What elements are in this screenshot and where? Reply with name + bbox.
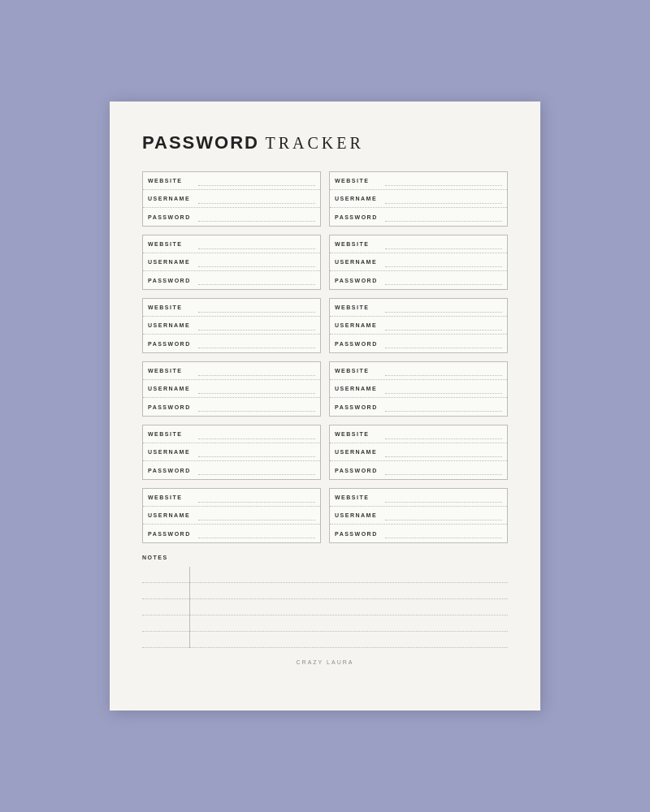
entry-line-username[interactable] — [198, 511, 315, 520]
entry-label-website: WEBSITE — [335, 178, 385, 184]
entry-label-password: PASSWORD — [335, 404, 385, 410]
entries-grid: WEBSITEUSERNAMEPASSWORDWEBSITEUSERNAMEPA… — [142, 171, 508, 543]
entry-line-username[interactable] — [198, 447, 315, 457]
entry-box-9: WEBSITEUSERNAMEPASSWORD — [142, 425, 321, 480]
entry-label-password: PASSWORD — [148, 341, 198, 347]
entry-line-password[interactable] — [385, 529, 502, 538]
entry-label-password: PASSWORD — [148, 404, 198, 410]
entry-line-password[interactable] — [385, 212, 502, 222]
entry-box-2: WEBSITEUSERNAMEPASSWORD — [329, 171, 508, 227]
entry-row-username-8: USERNAME — [330, 380, 507, 398]
entry-label-website: WEBSITE — [148, 241, 198, 247]
entry-line-website[interactable] — [198, 366, 315, 376]
entry-row-username-12: USERNAME — [330, 507, 507, 525]
entry-line-username[interactable] — [198, 194, 315, 204]
notes-line-1 — [142, 567, 508, 583]
entry-line-username[interactable] — [385, 384, 502, 394]
entry-line-password[interactable] — [385, 402, 502, 412]
entry-line-password[interactable] — [198, 402, 315, 412]
entry-line-website[interactable] — [385, 240, 502, 249]
notes-line-4 — [142, 615, 508, 632]
entry-row-website-5: WEBSITE — [143, 299, 320, 317]
entry-box-8: WEBSITEUSERNAMEPASSWORD — [329, 361, 508, 417]
entry-label-password: PASSWORD — [335, 278, 385, 283]
entry-line-username[interactable] — [198, 321, 315, 330]
entry-label-website: WEBSITE — [335, 368, 385, 374]
entry-line-username[interactable] — [385, 321, 502, 330]
entry-line-username[interactable] — [385, 511, 502, 520]
entry-label-website: WEBSITE — [148, 431, 198, 437]
notes-label: NOTES — [142, 555, 508, 560]
entry-row-username-1: USERNAME — [143, 190, 320, 208]
entry-row-website-1: WEBSITE — [143, 172, 320, 190]
entry-label-username: USERNAME — [335, 322, 385, 328]
entry-line-website[interactable] — [198, 493, 315, 503]
entry-line-website[interactable] — [385, 176, 502, 186]
entry-line-website[interactable] — [385, 430, 502, 439]
entry-row-password-1: PASSWORD — [143, 208, 320, 226]
entry-row-website-12: WEBSITE — [330, 489, 507, 507]
entry-line-username[interactable] — [198, 384, 315, 394]
notes-line-5 — [142, 632, 508, 648]
entry-label-password: PASSWORD — [335, 341, 385, 347]
footer-credit: CRAZY LAURA — [142, 659, 508, 665]
entry-line-website[interactable] — [198, 430, 315, 439]
entry-line-username[interactable] — [198, 257, 315, 267]
page: PASSWORD TRACKER WEBSITEUSERNAMEPASSWORD… — [110, 102, 540, 710]
entry-line-website[interactable] — [385, 303, 502, 313]
entry-row-password-4: PASSWORD — [330, 271, 507, 289]
entry-row-password-8: PASSWORD — [330, 398, 507, 416]
entry-row-username-6: USERNAME — [330, 317, 507, 335]
entry-box-3: WEBSITEUSERNAMEPASSWORD — [142, 235, 321, 290]
notes-area — [142, 567, 508, 648]
entry-row-username-3: USERNAME — [143, 253, 320, 271]
entry-line-username[interactable] — [385, 194, 502, 204]
entry-line-website[interactable] — [198, 176, 315, 186]
entry-line-username[interactable] — [385, 447, 502, 457]
entry-line-website[interactable] — [198, 240, 315, 249]
entry-row-website-2: WEBSITE — [330, 172, 507, 190]
entry-label-username: USERNAME — [148, 386, 198, 391]
notes-section: NOTES — [142, 555, 508, 648]
entry-label-password: PASSWORD — [148, 468, 198, 473]
entry-row-username-4: USERNAME — [330, 253, 507, 271]
entry-label-website: WEBSITE — [148, 304, 198, 310]
entry-label-username: USERNAME — [148, 196, 198, 201]
entry-line-password[interactable] — [198, 465, 315, 475]
entry-row-password-12: PASSWORD — [330, 525, 507, 542]
entry-row-password-10: PASSWORD — [330, 461, 507, 479]
entry-box-5: WEBSITEUSERNAMEPASSWORD — [142, 298, 321, 353]
entry-row-username-2: USERNAME — [330, 190, 507, 208]
entry-box-1: WEBSITEUSERNAMEPASSWORD — [142, 171, 321, 227]
entry-line-password[interactable] — [198, 529, 315, 538]
entry-box-12: WEBSITEUSERNAMEPASSWORD — [329, 488, 508, 543]
entry-label-password: PASSWORD — [148, 278, 198, 283]
entry-line-website[interactable] — [198, 303, 315, 313]
entry-line-password[interactable] — [198, 339, 315, 348]
entry-line-password[interactable] — [385, 339, 502, 348]
entry-label-website: WEBSITE — [148, 178, 198, 184]
entry-box-6: WEBSITEUSERNAMEPASSWORD — [329, 298, 508, 353]
entry-row-username-10: USERNAME — [330, 443, 507, 461]
entry-label-username: USERNAME — [148, 259, 198, 265]
notes-line-2 — [142, 583, 508, 599]
entry-line-website[interactable] — [385, 366, 502, 376]
entry-line-username[interactable] — [385, 257, 502, 267]
entry-line-website[interactable] — [385, 493, 502, 503]
title-bold: PASSWORD — [142, 132, 259, 153]
entry-row-password-5: PASSWORD — [143, 335, 320, 352]
entry-line-password[interactable] — [385, 275, 502, 285]
entry-label-website: WEBSITE — [335, 304, 385, 310]
entry-line-password[interactable] — [385, 465, 502, 475]
entry-row-website-11: WEBSITE — [143, 489, 320, 507]
title-light: TRACKER — [265, 134, 363, 152]
entry-line-password[interactable] — [198, 275, 315, 285]
entry-row-username-11: USERNAME — [143, 507, 320, 525]
entry-row-username-7: USERNAME — [143, 380, 320, 398]
entry-row-password-2: PASSWORD — [330, 208, 507, 226]
entry-line-password[interactable] — [198, 212, 315, 222]
page-title: PASSWORD TRACKER — [142, 132, 508, 153]
entry-row-website-7: WEBSITE — [143, 362, 320, 380]
entry-box-10: WEBSITEUSERNAMEPASSWORD — [329, 425, 508, 480]
entry-row-website-4: WEBSITE — [330, 235, 507, 253]
